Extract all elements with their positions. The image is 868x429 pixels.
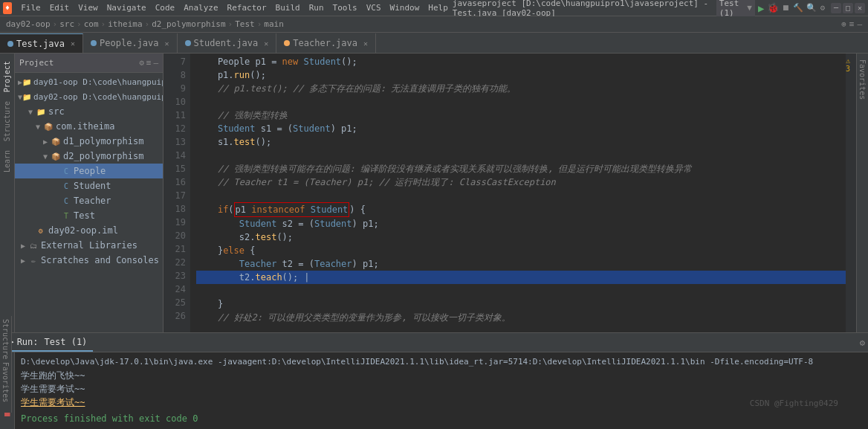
tree-item-iml[interactable]: ⚙ day02-oop.iml — [15, 223, 163, 238]
tree-arrow-scratches: ▶ — [21, 257, 28, 265]
collapse-icon[interactable]: – — [857, 19, 862, 29]
menu-view[interactable]: View — [74, 0, 103, 16]
debug-button[interactable]: 🐞 — [767, 2, 779, 13]
menu-refactor[interactable]: Refactor — [223, 0, 271, 16]
tab-label-test: Test.java — [16, 39, 65, 49]
tab-close-student[interactable]: ✕ — [264, 39, 268, 48]
minimize-button[interactable]: ─ — [831, 3, 841, 13]
breadcrumb-src[interactable]: src — [59, 19, 74, 29]
tree-header: Project ⚙ ≡ – — [15, 54, 163, 73]
breadcrumb-com[interactable]: com — [84, 19, 99, 29]
tree-item-day02[interactable]: ▼ 📁 day02-oop D:\code\huangpuipro1\javas… — [15, 89, 163, 104]
tree-item-teacher[interactable]: C Teacher — [15, 193, 163, 208]
code-line-8: p1.run(); — [196, 68, 856, 82]
search-icon[interactable]: 🔍 — [806, 3, 817, 13]
tree-label-ext-libs: External Libraries — [41, 240, 137, 251]
tab-test-java[interactable]: Test.java ✕ — [0, 33, 83, 53]
menu-navigate[interactable]: Navigate — [103, 0, 151, 16]
run-button[interactable]: ▶ — [758, 2, 764, 14]
tree-arrow-test — [54, 212, 61, 220]
tab-label-people: People.java — [100, 38, 158, 48]
breadcrumb-icons: ⊕ ≡ – — [841, 19, 862, 29]
tree-close-icon[interactable]: – — [153, 58, 158, 68]
tree-item-com[interactable]: ▼ 📦 com.itheima — [15, 119, 163, 134]
code-line-23: t2.teach();| — [196, 271, 856, 284]
tab-student-java[interactable]: Student.java ✕ — [178, 33, 277, 53]
breadcrumb-main[interactable]: main — [264, 19, 284, 29]
settings-gear-icon[interactable]: ⚙ — [860, 338, 865, 348]
tree-label-day02: day02-oop D:\code\huangpuipro1\javasepro… — [33, 92, 163, 102]
console-line-path: D:\develop\Java\jdk-17.0.1\bin\java.exe … — [21, 355, 862, 369]
tree-label-src: src — [48, 106, 65, 117]
structure-tab[interactable]: Structure — [1, 97, 13, 146]
menu-right: javaseproject [D:\code\huangpuipro1\java… — [453, 0, 828, 19]
tree-item-d1[interactable]: ▶ 📦 d1_polymorphism — [15, 134, 163, 149]
scratches-icon: ✏ — [28, 255, 39, 265]
tree-item-student[interactable]: C Student — [15, 178, 163, 193]
run-config[interactable]: Test (1) ▼ — [716, 0, 755, 19]
menu-window[interactable]: Window — [386, 0, 424, 16]
menu-run[interactable]: Run — [305, 0, 328, 16]
tab-close-test[interactable]: ✕ — [71, 39, 75, 48]
tree-arrow-student — [54, 182, 61, 190]
code-editor[interactable]: People p1 = new Student(); p1.run(); // … — [190, 54, 856, 332]
folder-icon-day01: 📁 — [22, 77, 31, 87]
structure-side-tab[interactable]: Structure — [1, 319, 10, 359]
menu-vcs[interactable]: VCS — [362, 0, 386, 16]
maximize-button[interactable]: □ — [843, 3, 853, 13]
breadcrumb-d2[interactable]: d2_polymorphism — [152, 19, 225, 29]
code-line-14 — [196, 149, 856, 162]
menu-analyze[interactable]: Analyze — [179, 0, 222, 16]
menu-tools[interactable]: Tools — [328, 0, 362, 16]
menu-code[interactable]: Code — [151, 0, 180, 16]
tab-people-java[interactable]: People.java ✕ — [83, 33, 178, 53]
menu-edit[interactable]: Edit — [45, 0, 74, 16]
tab-bar: Test.java ✕ People.java ✕ Student.java ✕… — [0, 33, 868, 54]
favorites-tab[interactable]: Favorites — [857, 54, 868, 106]
tree-item-test[interactable]: T Test — [15, 208, 163, 223]
ext-libs-icon: 🗂 — [28, 240, 39, 251]
console-line-2: 学生需要考试~~ — [21, 382, 862, 396]
stop-button[interactable]: ⏹ — [782, 3, 790, 13]
code-line-18: if(p1 instanceof Student) { — [196, 202, 856, 217]
favorites-side-tab[interactable]: Favorites — [1, 362, 10, 402]
code-line-9: // p1.test(); // 多态下存在的问题: 无法直接调用子类的独有功能… — [196, 82, 856, 95]
menu-file[interactable]: File — [16, 0, 45, 16]
tree-item-people[interactable]: C People — [15, 164, 163, 178]
tree-item-ext-libs[interactable]: ▶ 🗂 External Libraries — [15, 238, 163, 253]
run-tab[interactable]: ▶ Run: Test (1) — [3, 334, 93, 352]
tree-item-day01[interactable]: ▶ 📁 day01-oop D:\code\huangpuipro1\javas… — [15, 74, 163, 89]
code-line-26: // 好处2: 可以使用父类类型的变量作为形参, 可以接收一切子类对象。 — [196, 311, 856, 324]
project-tab[interactable]: Project — [1, 57, 13, 97]
main-area: Project Structure Learn Project ⚙ ≡ – ▶ … — [0, 54, 868, 332]
menu-bar: ♦ File Edit View Navigate Code Analyze R… — [0, 0, 868, 16]
build-button[interactable]: 🔨 — [793, 3, 803, 13]
tree-item-d2[interactable]: ▼ 📦 d2_polymorphism — [15, 149, 163, 164]
window-controls: ─ □ ✕ — [831, 3, 865, 13]
tree-item-scratches[interactable]: ▶ ✏ Scratches and Consoles — [15, 253, 163, 268]
settings-icon[interactable]: ⚙ — [820, 3, 825, 13]
tree-label-iml: day02-oop.iml — [48, 225, 118, 236]
menu-help[interactable]: Help — [424, 0, 453, 16]
tree-collapse-icon[interactable]: ≡ — [146, 58, 152, 68]
tree-label-d1: d1_polymorphism — [63, 136, 143, 146]
recent-files-icon[interactable]: ⊕ — [841, 19, 846, 29]
tab-close-teacher[interactable]: ✕ — [363, 39, 368, 48]
structure-icon[interactable]: ≡ — [849, 19, 855, 29]
tab-close-people[interactable]: ✕ — [165, 39, 169, 48]
breadcrumb-day02[interactable]: day02-oop — [6, 19, 51, 29]
breadcrumb-itheima[interactable]: itheima — [108, 19, 142, 29]
run-tab-name: Test (1) — [45, 337, 88, 347]
tree-label-test: Test — [74, 210, 95, 221]
run-config-dropdown[interactable]: ▼ — [747, 3, 752, 13]
breadcrumb-test[interactable]: Test — [235, 19, 255, 29]
test-icon: T — [61, 210, 71, 221]
tree-item-src[interactable]: ▼ 📁 src — [15, 104, 163, 119]
tree-label-student: Student — [74, 181, 111, 191]
close-button[interactable]: ✕ — [855, 3, 865, 13]
menu-build[interactable]: Build — [271, 0, 305, 16]
tree-gear-icon[interactable]: ⚙ — [139, 58, 144, 68]
app-logo: ♦ — [3, 2, 12, 14]
learn-tab[interactable]: Learn — [1, 146, 13, 177]
tab-teacher-java[interactable]: Teacher.java ✕ — [276, 33, 376, 53]
